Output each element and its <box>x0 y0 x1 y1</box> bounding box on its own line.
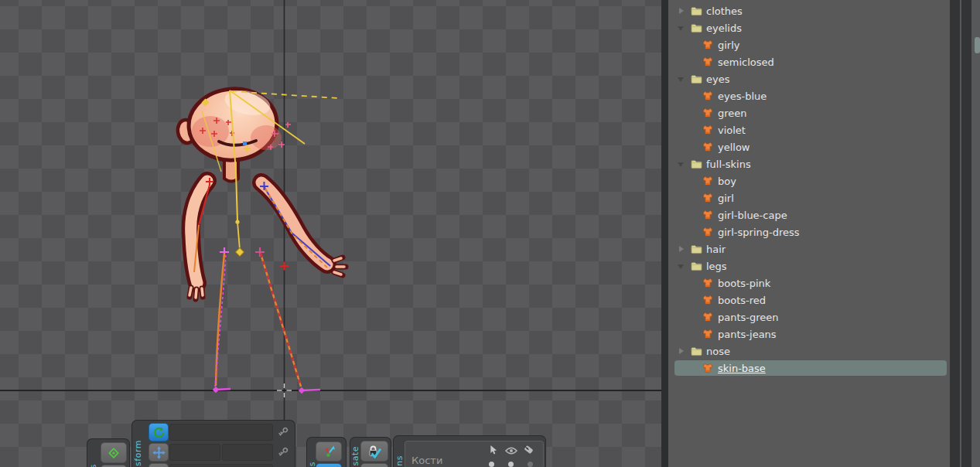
tools-panel-label: ls <box>89 464 98 467</box>
tree-item-label: pants-jeans <box>716 329 778 340</box>
collapse-arrow-icon[interactable] <box>678 75 685 83</box>
tree-item-label: clothes <box>705 5 744 17</box>
label-tag-icon[interactable] <box>523 444 534 455</box>
compensate-panel-label: nsate <box>351 446 360 467</box>
translate-icon <box>152 446 166 459</box>
tree-item-label: eyes <box>705 73 731 85</box>
collapse-arrow-icon[interactable] <box>678 24 685 32</box>
tree-skin-green[interactable]: green <box>668 104 950 121</box>
skin-icon <box>702 363 713 373</box>
scrollbar-handle[interactable] <box>975 37 980 53</box>
visibility-eye-icon[interactable] <box>505 444 516 455</box>
folder-icon <box>691 261 702 271</box>
axes-tool-button[interactable] <box>101 442 127 463</box>
bones-label-dot[interactable] <box>528 462 533 467</box>
folder-icon <box>691 74 702 84</box>
tree-item-label: full-skins <box>705 159 753 170</box>
tree-skin-girl-spring-dress[interactable]: girl-spring-dress <box>668 223 950 240</box>
compensate-bones-button[interactable] <box>360 463 388 467</box>
translate-y-field[interactable] <box>222 444 273 461</box>
tree-folder-clothes[interactable]: clothes <box>668 2 950 19</box>
canvas-viewport[interactable] <box>0 0 661 467</box>
folder-icon <box>691 159 702 169</box>
tools-panel: ls <box>87 438 130 467</box>
pose-second-button[interactable] <box>316 463 342 467</box>
collapse-arrow-icon[interactable] <box>678 160 685 168</box>
tree-skin-boots-red[interactable]: boots-red <box>668 291 950 308</box>
right-dock-splitter[interactable] <box>950 0 960 467</box>
mouth-marker-blue <box>243 141 247 145</box>
compensate-images-button[interactable] <box>360 441 388 462</box>
translate-key-icon[interactable] <box>276 445 290 459</box>
rotate-tool-button[interactable] <box>149 423 169 441</box>
expand-arrow-icon[interactable] <box>678 245 685 253</box>
folder-icon <box>691 23 702 33</box>
translate-tool-button[interactable] <box>149 443 169 462</box>
skin-icon <box>702 39 713 50</box>
tree-item-label: green <box>716 107 749 119</box>
folder-icon <box>691 6 702 16</box>
skin-icon <box>702 107 713 118</box>
collapse-arrow-icon[interactable] <box>678 262 685 270</box>
viewport-tree-splitter[interactable] <box>661 0 668 467</box>
skin-icon <box>702 295 713 305</box>
skin-icon <box>702 312 713 322</box>
folder-icon <box>691 346 702 356</box>
tree-skin-girly[interactable]: girly <box>668 36 950 53</box>
scale-field[interactable] <box>169 464 273 467</box>
tree-item-label: eyelids <box>705 22 743 34</box>
tree-item-label: boots-pink <box>716 278 772 289</box>
tree-folder-nose[interactable]: nose <box>668 343 950 360</box>
pose-tool-button[interactable] <box>316 441 342 462</box>
tree-skin-boy[interactable]: boy <box>668 172 950 189</box>
tree-folder-eyelids[interactable]: eyelids <box>668 19 950 36</box>
tree-folder-full-skins[interactable]: full-skins <box>668 155 950 172</box>
tree-filter-inner: Кости <box>405 441 544 467</box>
character-left-arm <box>190 181 207 299</box>
compensate-panel: nsate <box>350 437 391 467</box>
select-cursor-icon[interactable] <box>487 444 498 455</box>
skin-icon <box>702 90 713 101</box>
rotate-key-icon[interactable] <box>276 425 290 439</box>
expand-arrow-icon[interactable] <box>678 347 685 355</box>
tree-skin-semiclosed[interactable]: semiclosed <box>668 53 950 70</box>
tree-item-label: hair <box>705 244 727 255</box>
skins-tree: clotheseyelidsgirlysemiclosedeyeseyes-bl… <box>668 0 950 467</box>
right-dock-splitter-2[interactable] <box>961 0 971 467</box>
bones-select-dot[interactable] <box>489 462 494 467</box>
tree-skin-girl-blue-cape[interactable]: girl-blue-cape <box>668 206 950 223</box>
transform-panel-label: nsform <box>134 440 143 467</box>
skin-icon <box>702 278 713 288</box>
tree-item-label: girly <box>716 39 742 51</box>
pose-panel: es <box>306 437 347 467</box>
skin-icon <box>702 329 713 339</box>
tree-folder-hair[interactable]: hair <box>668 240 950 257</box>
skin-icon <box>702 56 713 67</box>
rotate-icon <box>152 426 166 439</box>
tree-skin-girl[interactable]: girl <box>668 189 950 206</box>
scrollbar-track[interactable] <box>971 0 980 467</box>
tree-skin-boots-pink[interactable]: boots-pink <box>668 274 950 291</box>
rotate-value-field[interactable] <box>169 424 273 441</box>
tree-skin-eyes-blue[interactable]: eyes-blue <box>668 87 950 104</box>
tree-skin-yellow[interactable]: yellow <box>668 138 950 155</box>
tree-skin-pants-green[interactable]: pants-green <box>668 308 950 326</box>
tree-skin-pants-jeans[interactable]: pants-jeans <box>668 326 950 343</box>
expand-arrow-icon[interactable] <box>678 7 685 15</box>
tree-item-label: skin-base <box>716 363 767 374</box>
tree-item-label: girl <box>716 193 736 204</box>
options-panel-label: ons <box>395 455 405 467</box>
tree-item-label: violet <box>716 124 747 136</box>
tree-skin-violet[interactable]: violet <box>668 121 950 138</box>
tree-item-label: eyes-blue <box>716 90 768 102</box>
ik-target-cross <box>280 262 289 271</box>
bones-visible-dot[interactable] <box>508 462 514 467</box>
tree-item-label: legs <box>705 261 729 272</box>
tree-folder-legs[interactable]: legs <box>668 257 950 274</box>
translate-x-field[interactable] <box>169 444 220 461</box>
tree-folder-eyes[interactable]: eyes <box>668 70 950 87</box>
tree-item-label: girl-spring-dress <box>716 227 801 238</box>
tree-item-label: girl-blue-cape <box>716 210 789 221</box>
scale-tool-button[interactable] <box>149 463 169 467</box>
tree-skin-skin-base[interactable]: skin-base <box>668 360 950 377</box>
